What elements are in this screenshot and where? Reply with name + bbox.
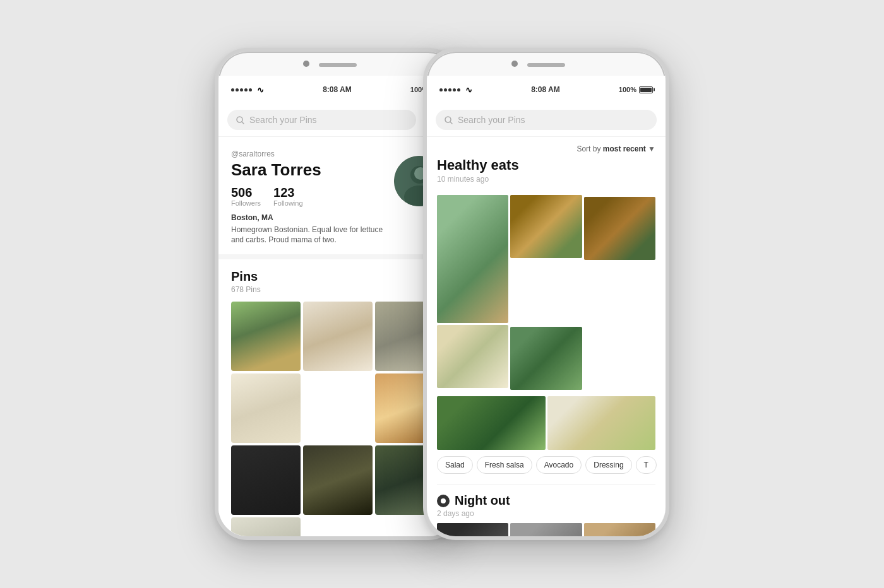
board-image-herbs[interactable]	[547, 396, 656, 450]
search-bar-1[interactable]: Search your Pins + ⚙	[218, 103, 457, 137]
board-image-avocado[interactable]	[437, 396, 546, 450]
pins-grid	[231, 302, 445, 536]
night-images	[437, 523, 655, 536]
profile-info: @saraltorres Sara Torres 506 Followers 1…	[231, 150, 388, 245]
battery-percent-2: 100%	[619, 86, 636, 93]
status-time-2: 8:08 AM	[531, 85, 560, 94]
screen-2: Search your Pins Sort by most recent ▼ H…	[427, 103, 666, 536]
status-right-2: 100%	[619, 86, 653, 93]
phones-container: ∿ 8:08 AM 100% Search your Pins	[196, 48, 688, 540]
pin-item[interactable]	[303, 445, 373, 515]
night-out-icon	[437, 495, 450, 507]
board-image-greens[interactable]	[510, 327, 582, 390]
pin-item[interactable]	[231, 302, 301, 371]
pins-count: 678 Pins	[231, 285, 445, 294]
board2-title: Night out	[455, 493, 510, 508]
pin-item[interactable]	[231, 517, 301, 536]
board1-images	[437, 195, 655, 390]
following-label: Following	[273, 199, 302, 207]
board-image-tacos2[interactable]	[584, 197, 655, 260]
status-time-1: 8:08 AM	[323, 85, 352, 94]
board-image-lime[interactable]	[437, 325, 508, 388]
phone-2: ∿ 8:08 AM 100% Search your Pins	[423, 48, 669, 540]
tags-row: Salad Fresh salsa Avocado Dressing T	[427, 456, 666, 474]
sort-value[interactable]: most recent	[603, 144, 646, 153]
tag-salad[interactable]: Salad	[437, 456, 473, 474]
phone-speaker	[319, 63, 357, 67]
tag-t[interactable]: T	[636, 456, 657, 474]
followers-count: 506	[231, 185, 261, 199]
battery-fill-2	[640, 88, 652, 92]
signal-dots	[231, 88, 252, 91]
status-left-2: ∿	[439, 85, 472, 95]
phone-camera	[303, 61, 309, 67]
profile-name: Sara Torres	[231, 161, 388, 179]
phone-camera-2	[511, 61, 518, 67]
followers-label: Followers	[231, 199, 261, 207]
tag-avocado[interactable]: Avocado	[536, 456, 582, 474]
board2-time: 2 days ago	[437, 509, 655, 518]
following-count: 123	[273, 185, 302, 199]
wifi-icon: ∿	[257, 85, 264, 95]
phone-speaker-2	[527, 63, 565, 67]
search-placeholder-2: Search your Pins	[458, 115, 525, 125]
search-input-wrap-2[interactable]: Search your Pins	[436, 110, 657, 130]
search-bar-2[interactable]: Search your Pins	[427, 103, 666, 137]
board1-title: Healthy eats	[437, 157, 655, 173]
signal-dots-2	[439, 88, 460, 91]
svg-line-7	[450, 122, 452, 124]
board1-images-row2	[437, 396, 655, 450]
search-placeholder-1: Search your Pins	[249, 115, 317, 125]
healthy-eats-header: Sort by most recent ▼ Healthy eats 10 mi…	[427, 137, 666, 195]
sort-label: Sort by most recent ▼	[576, 144, 655, 153]
tag-dressing[interactable]: Dressing	[585, 456, 631, 474]
profile-stats: 506 Followers 123 Following	[231, 185, 388, 207]
profile-section: @saraltorres Sara Torres 506 Followers 1…	[218, 137, 457, 259]
search-icon-1	[236, 116, 244, 124]
tag-fresh-salsa[interactable]: Fresh salsa	[477, 456, 532, 474]
search-icon-2	[445, 116, 453, 124]
search-input-wrap-1[interactable]: Search your Pins	[227, 110, 416, 130]
board-image-tacos[interactable]	[510, 195, 582, 258]
pins-section: Pins 678 Pins	[218, 259, 457, 536]
screen-1: Search your Pins + ⚙ @saraltorres Sara T…	[218, 103, 457, 536]
night-image-1[interactable]	[437, 523, 508, 536]
profile-bio: Homegrown Bostonian. Equal love for lett…	[231, 225, 388, 246]
following-stat: 123 Following	[273, 185, 302, 207]
pin-item[interactable]	[231, 373, 301, 443]
pin-item[interactable]	[231, 445, 301, 515]
night-image-3[interactable]	[584, 523, 655, 536]
status-bar-1: ∿ 8:08 AM 100%	[218, 76, 457, 103]
status-left-1: ∿	[231, 85, 264, 95]
sort-row: Sort by most recent ▼	[437, 144, 655, 153]
profile-username: @saraltorres	[231, 150, 388, 158]
wifi-icon-2: ∿	[465, 85, 472, 95]
board1-time: 10 minutes ago	[437, 175, 655, 184]
svg-line-1	[242, 122, 244, 124]
battery-icon-2	[639, 86, 653, 93]
pins-title: Pins	[231, 269, 445, 284]
profile-location: Boston, MA	[231, 213, 388, 222]
followers-stat: 506 Followers	[231, 185, 261, 207]
board-image-salad[interactable]	[437, 195, 508, 323]
night-out-section: Night out 2 days ago	[427, 485, 666, 536]
section-icon-inner	[441, 498, 446, 503]
status-bar-2: ∿ 8:08 AM 100%	[427, 76, 666, 103]
night-out-header: Night out	[437, 493, 655, 508]
night-image-2[interactable]	[510, 523, 582, 536]
pin-item[interactable]	[303, 302, 373, 371]
board1-images-wrap	[427, 195, 666, 450]
